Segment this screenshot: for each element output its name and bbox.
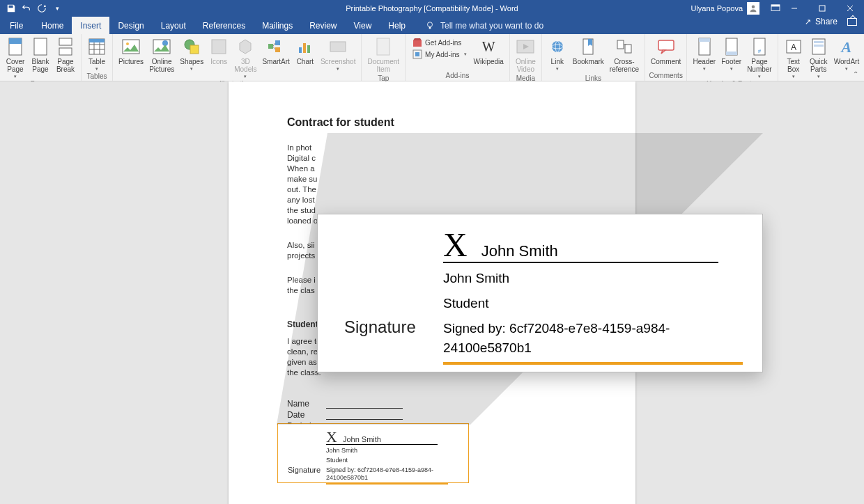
header-button[interactable]: Header▾ <box>690 36 718 72</box>
sig-signedby-zoom: Signed by: 6cf72048-e7e8-4159-a984-24100… <box>443 319 741 358</box>
qat-customize-icon[interactable]: ▾ <box>50 1 64 15</box>
cross-reference-button[interactable]: Cross- reference <box>607 36 642 74</box>
chart-icon <box>295 37 315 56</box>
tab-home[interactable]: Home <box>33 17 72 34</box>
quick-parts-button[interactable]: Quick Parts▾ <box>806 36 831 80</box>
close-button[interactable] <box>836 0 864 17</box>
my-addins-button[interactable]: My Add-ins▾ <box>411 49 468 60</box>
sig-x-small: X <box>326 428 337 446</box>
blank-page-button[interactable]: Blank Page <box>28 36 53 74</box>
tab-review[interactable]: Review <box>301 17 345 34</box>
page-number-button[interactable]: #Page Number▾ <box>744 36 775 80</box>
wordart-button[interactable]: AWordArt▾ <box>831 36 863 72</box>
wordart-icon: A <box>837 37 856 56</box>
tab-file[interactable]: File <box>0 17 33 34</box>
svg-rect-30 <box>299 47 302 53</box>
online-pictures-button[interactable]: Online Pictures <box>146 36 177 74</box>
addins-icon <box>412 49 422 59</box>
table-icon <box>87 37 107 56</box>
ribbon: Cover Page▾ Blank Page Page Break Pages … <box>0 34 864 81</box>
save-icon[interactable] <box>4 1 18 15</box>
sig-role-zoom: Student <box>443 294 741 313</box>
svg-rect-56 <box>814 45 824 47</box>
svg-rect-45 <box>658 40 674 50</box>
avatar-icon <box>747 2 759 15</box>
sig-orange-zoom <box>443 362 743 365</box>
shapes-icon <box>182 37 201 56</box>
tab-references[interactable]: References <box>194 17 254 34</box>
signature-zoom-callout: Signature X John Smith John Smith Studen… <box>317 214 763 372</box>
share-label: Share <box>815 17 838 26</box>
online-video-button: Online Video <box>513 36 539 74</box>
user-name: Ulyana Popova <box>691 4 743 13</box>
tab-help[interactable]: Help <box>380 17 414 34</box>
wikipedia-icon: W <box>479 37 498 56</box>
collapse-ribbon-icon[interactable]: ⌃ <box>853 70 858 78</box>
comment-icon <box>656 37 676 56</box>
svg-rect-33 <box>330 42 346 52</box>
comments-pane-icon[interactable] <box>847 18 857 26</box>
smartart-button[interactable]: SmartArt <box>259 36 292 67</box>
tab-layout[interactable]: Layout <box>153 17 194 34</box>
ribbon-display-icon[interactable] <box>771 4 780 13</box>
document-item-icon <box>373 37 393 56</box>
svg-rect-47 <box>699 38 710 42</box>
svg-point-5 <box>428 22 433 26</box>
form-name: Name <box>287 399 577 409</box>
shapes-button[interactable]: Shapes▾ <box>177 36 206 72</box>
tab-design[interactable]: Design <box>109 17 152 34</box>
svg-rect-44 <box>625 45 631 53</box>
sig-label-zoom: Signature <box>344 317 416 337</box>
svg-point-0 <box>752 6 755 9</box>
link-button[interactable]: Link▾ <box>545 36 570 72</box>
sig-printed-zoom: John Smith <box>443 269 741 288</box>
comment-button[interactable]: Comment <box>648 36 684 67</box>
tell-me-label: Tell me what you want to do <box>440 21 543 31</box>
group-comments: Comment Comments <box>645 34 687 81</box>
account-area[interactable]: Ulyana Popova <box>691 2 780 15</box>
group-label-comments: Comments <box>648 72 684 81</box>
quickparts-icon <box>809 37 828 56</box>
sig-line-small <box>326 444 438 445</box>
share-button[interactable]: ↗ Share <box>805 17 857 26</box>
pictures-button[interactable]: Pictures <box>116 36 146 67</box>
svg-text:A: A <box>791 42 796 52</box>
tab-mailings[interactable]: Mailings <box>254 17 301 34</box>
sig-typed-zoom: John Smith <box>481 242 558 260</box>
page-break-button[interactable]: Page Break <box>53 36 78 74</box>
signature-line-object[interactable]: Signature X John Smith John Smith Studen… <box>277 423 469 483</box>
blank-page-icon <box>31 37 50 56</box>
text-box-button[interactable]: AText Box▾ <box>781 36 806 80</box>
lightbulb-icon <box>425 21 435 31</box>
sig-signedby-small: Signed by: 6cf72048-e7e8-4159-a984-24100… <box>326 466 461 482</box>
bookmark-button[interactable]: Bookmark <box>570 36 607 67</box>
tab-insert[interactable]: Insert <box>72 17 109 34</box>
cover-page-button[interactable]: Cover Page▾ <box>3 36 28 80</box>
group-illustrations: Pictures Online Pictures Shapes▾ Icons 3… <box>113 34 362 81</box>
tell-me-search[interactable]: Tell me what you want to do <box>414 17 543 34</box>
document-area[interactable]: Contract for student In phot Digital c W… <box>0 81 864 504</box>
maximize-button[interactable] <box>808 0 836 17</box>
footer-button[interactable]: Footer▾ <box>718 36 744 72</box>
doc-heading: Contract for student <box>287 116 577 129</box>
undo-icon[interactable] <box>20 1 33 15</box>
chart-button[interactable]: Chart <box>293 36 318 67</box>
svg-rect-17 <box>89 39 105 42</box>
minimize-button[interactable] <box>780 0 808 17</box>
table-button[interactable]: Table▾ <box>84 36 109 72</box>
sig-label-small: Signature <box>288 466 321 474</box>
wikipedia-button[interactable]: WWikipedia <box>471 36 507 67</box>
redo-icon[interactable] <box>35 1 49 15</box>
sig-line-zoom <box>443 262 718 263</box>
tab-view[interactable]: View <box>346 17 380 34</box>
svg-rect-49 <box>726 52 737 55</box>
icons-button: Icons <box>206 36 231 67</box>
sig-printed-small: John Smith <box>326 447 461 455</box>
document-item-button: Document Item <box>364 36 402 74</box>
3d-models-icon <box>236 37 255 56</box>
video-icon <box>516 37 535 56</box>
get-addins-button[interactable]: Get Add-ins <box>411 37 468 48</box>
share-arrow-icon: ↗ <box>805 17 811 26</box>
svg-rect-35 <box>413 40 422 47</box>
svg-point-39 <box>552 41 563 52</box>
